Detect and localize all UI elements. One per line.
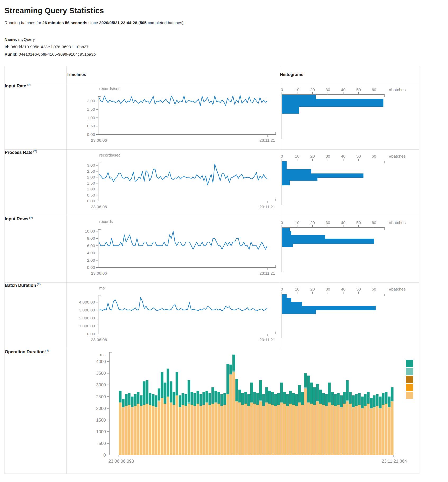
legend-swatch: [406, 384, 413, 391]
input-rows-help-icon[interactable]: (?): [29, 216, 33, 219]
svg-text:30: 30: [325, 154, 330, 158]
svg-text:2.00: 2.00: [87, 258, 95, 262]
svg-text:#batches: #batches: [389, 220, 406, 225]
batch-duration-label-cell: Batch Duration(?): [5, 283, 67, 349]
svg-text:23:06:06: 23:06:06: [91, 204, 107, 209]
metric-label: Process Rate: [5, 150, 33, 155]
svg-text:#batches: #batches: [389, 154, 406, 158]
svg-text:20: 20: [310, 87, 315, 92]
svg-text:1000: 1000: [96, 429, 106, 434]
svg-text:4.00: 4.00: [87, 251, 95, 255]
svg-text:1500: 1500: [96, 418, 106, 422]
completed-batches-count: 505: [140, 20, 147, 25]
svg-text:1.00: 1.00: [87, 115, 95, 120]
process-rate-histogram-chart: 0102030405060#batches: [280, 150, 419, 216]
svg-text:3,000.00: 3,000.00: [79, 308, 95, 312]
batch-duration-histogram-cell: 0102030405060#batches: [280, 283, 419, 349]
input-rows-histogram-cell: 0102030405060#batches: [280, 216, 419, 283]
svg-text:3500: 3500: [96, 371, 106, 376]
process-rate-label-cell: Process Rate(?): [5, 150, 67, 216]
running-batches-summary: Running batches for 26 minutes 56 second…: [4, 20, 444, 25]
summary-prefix: Running batches for: [4, 20, 41, 25]
svg-text:8.00: 8.00: [87, 236, 95, 240]
svg-text:0: 0: [281, 154, 283, 158]
process-rate-timeline-cell: records/sec0.000.501.001.502.002.503.002…: [67, 150, 280, 216]
input-rows-label-cell: Input Rows(?): [5, 216, 67, 283]
process-rate-help-icon[interactable]: (?): [33, 150, 37, 153]
svg-text:50: 50: [356, 154, 361, 158]
runid-label: RunId:: [4, 52, 17, 56]
metric-label: Input Rows: [5, 216, 28, 221]
svg-text:0: 0: [281, 220, 283, 225]
metric-label: Batch Duration: [5, 283, 36, 288]
input-rate-histogram-chart: 0102030405060#batches: [280, 83, 419, 149]
svg-text:60: 60: [372, 154, 376, 158]
query-id: 9d0dd219-995d-423e-b97d-36931110bb27: [11, 44, 88, 49]
svg-text:23:11:21: 23:11:21: [259, 271, 275, 275]
process-rate-timeline-chart: records/sec0.000.501.001.502.002.503.002…: [67, 150, 280, 216]
running-duration: 26 minutes 56 seconds: [42, 20, 87, 25]
svg-text:1.50: 1.50: [87, 181, 95, 185]
input-rate-timeline-chart: records/sec0.000.501.001.502.0023:06:062…: [67, 83, 280, 149]
process-rate-histogram-svg: 0102030405060#batches: [280, 150, 418, 212]
svg-text:2500: 2500: [96, 394, 106, 399]
svg-text:0.00: 0.00: [87, 332, 95, 336]
svg-text:10.00: 10.00: [85, 229, 95, 233]
svg-text:60: 60: [372, 287, 376, 291]
query-name: myQuery: [18, 37, 35, 42]
svg-text:30: 30: [325, 220, 330, 225]
svg-text:10: 10: [295, 220, 300, 225]
input-rate-help-icon[interactable]: (?): [27, 83, 31, 86]
operation-duration-help-icon[interactable]: (?): [45, 349, 49, 352]
input-rows-timeline-chart: records0.002.004.006.008.0010.0023:06:06…: [67, 216, 280, 282]
timelines-header: Timelines: [67, 66, 280, 83]
input-rows-histogram-svg: 0102030405060#batches: [280, 216, 418, 279]
batch-duration-timeline-chart: ms0.001,000.002,000.003,000.004,000.0023…: [67, 283, 280, 349]
svg-text:2,000.00: 2,000.00: [79, 316, 95, 320]
svg-text:0: 0: [281, 287, 283, 291]
svg-text:3000: 3000: [96, 382, 106, 387]
svg-text:1,000.00: 1,000.00: [79, 324, 95, 328]
svg-text:0.50: 0.50: [87, 124, 95, 128]
svg-text:3.00: 3.00: [87, 163, 95, 167]
svg-text:40: 40: [341, 220, 346, 225]
name-label: Name:: [4, 37, 17, 42]
svg-text:30: 30: [325, 87, 330, 92]
streaming-query-statistics-page: Streaming Query Statistics Running batch…: [0, 0, 448, 482]
statistics-table: Timelines Histograms Input Rate(?) recor…: [4, 66, 419, 474]
svg-text:40: 40: [341, 287, 346, 291]
table-header-row: Timelines Histograms: [5, 66, 419, 83]
svg-text:2.00: 2.00: [87, 99, 95, 103]
operation-duration-label-cell: Operation Duration(?): [5, 349, 67, 474]
svg-text:0.00: 0.00: [87, 199, 95, 203]
svg-text:0.00: 0.00: [87, 265, 95, 270]
svg-text:60: 60: [372, 220, 376, 225]
input-rate-row: Input Rate(?) records/sec0.000.501.001.5…: [5, 83, 419, 150]
svg-text:10: 10: [295, 87, 300, 92]
svg-text:ms: ms: [100, 352, 106, 357]
metric-label: Operation Duration: [5, 349, 44, 354]
svg-text:10: 10: [295, 154, 300, 158]
svg-text:10: 10: [295, 287, 300, 291]
operation-duration-legend: [406, 360, 413, 400]
query-id-line: Id: 9d0dd219-995d-423e-b97d-36931110bb27: [4, 43, 444, 51]
svg-text:records: records: [99, 219, 113, 224]
metric-label: Input Rate: [5, 83, 26, 88]
empty-header-cell: [5, 66, 67, 83]
svg-text:ms: ms: [99, 286, 105, 290]
batch-duration-timeline-svg: ms0.001,000.002,000.003,000.004,000.0023…: [67, 283, 278, 345]
histograms-header: Histograms: [280, 66, 419, 83]
batch-duration-help-icon[interactable]: (?): [37, 283, 40, 286]
query-name-line: Name: myQuery: [4, 36, 444, 43]
svg-text:0.50: 0.50: [87, 193, 95, 197]
svg-text:records/sec: records/sec: [99, 153, 120, 157]
svg-text:0: 0: [281, 87, 283, 92]
page-title: Streaming Query Statistics: [4, 6, 444, 15]
svg-text:40: 40: [341, 154, 346, 158]
svg-text:4,000.00: 4,000.00: [79, 300, 95, 304]
legend-swatch: [406, 392, 413, 399]
svg-text:4000: 4000: [96, 359, 106, 364]
input-rows-timeline-cell: records0.002.004.006.008.0010.0023:06:06…: [67, 216, 280, 283]
query-runid-line: RunId: 04e101e6-8bf8-4165-9099-9104c951b…: [4, 51, 444, 58]
svg-text:23:06:06: 23:06:06: [91, 337, 107, 342]
